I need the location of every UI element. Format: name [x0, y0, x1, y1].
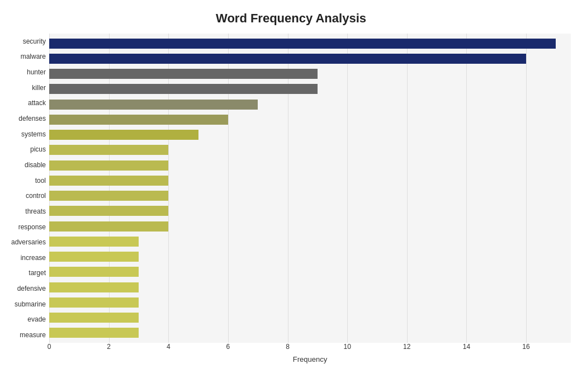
y-label: disable	[11, 158, 46, 172]
x-tick-label: 12	[403, 343, 410, 351]
chart-container: Word Frequency Analysis securitymalwareh…	[0, 0, 582, 392]
x-axis-label: Frequency	[49, 355, 571, 363]
y-label: systems	[11, 127, 46, 141]
bar-row	[49, 281, 571, 294]
x-tick-label: 16	[522, 343, 529, 351]
bar-row	[49, 129, 571, 141]
bar-row	[49, 68, 571, 80]
bars-wrapper	[49, 34, 571, 343]
y-label: threats	[11, 205, 46, 218]
bar	[49, 252, 139, 262]
bar-row	[49, 251, 571, 263]
x-axis-section: 0246810121416 Frequency	[49, 343, 571, 358]
bar-row	[49, 174, 571, 187]
bar	[49, 206, 168, 216]
bar	[49, 313, 139, 323]
bars-section	[49, 34, 571, 343]
bar-row	[49, 266, 571, 278]
bar	[49, 176, 168, 186]
bar-row	[49, 190, 571, 202]
bar-row	[49, 327, 571, 339]
chart-area: securitymalwarehunterkillerattackdefense…	[11, 34, 571, 358]
bar	[49, 282, 139, 292]
x-tick-label: 4	[167, 343, 171, 351]
y-label: malware	[11, 50, 46, 63]
x-tick-label: 6	[226, 343, 230, 351]
bar	[49, 191, 168, 201]
bar-row	[49, 53, 571, 65]
y-label: increase	[11, 251, 46, 265]
y-label: defensive	[11, 282, 46, 295]
bar	[49, 130, 198, 140]
bar	[49, 297, 139, 308]
x-tick-label: 14	[463, 343, 470, 351]
bar	[49, 69, 318, 79]
y-label: target	[11, 266, 46, 280]
y-label: adversaries	[11, 235, 46, 249]
bar	[49, 267, 139, 277]
bar-row	[49, 37, 571, 50]
y-label: killer	[11, 81, 46, 95]
bar-row	[49, 114, 571, 126]
bar	[49, 328, 139, 338]
x-tick-label: 2	[107, 343, 111, 351]
plot-area: 0246810121416 Frequency	[49, 34, 571, 358]
y-label: picus	[11, 143, 46, 156]
bar-row	[49, 205, 571, 217]
x-ticks: 0246810121416	[49, 343, 571, 353]
bar	[49, 237, 139, 247]
y-label: defenses	[11, 112, 46, 125]
y-label: submarine	[11, 297, 46, 311]
bar	[49, 100, 258, 110]
bar	[49, 160, 168, 171]
bar	[49, 54, 526, 64]
y-labels: securitymalwarehunterkillerattackdefense…	[11, 34, 49, 358]
bar	[49, 115, 228, 125]
y-label: response	[11, 220, 46, 234]
bar-row	[49, 235, 571, 248]
x-tick-label: 0	[48, 343, 51, 351]
x-tick-label: 10	[343, 343, 351, 351]
chart-title: Word Frequency Analysis	[11, 11, 571, 26]
bar-row	[49, 98, 571, 111]
bar	[49, 145, 168, 155]
y-label: evade	[11, 313, 46, 326]
bar-row	[49, 311, 571, 324]
bar-row	[49, 159, 571, 172]
x-tick-label: 8	[286, 343, 290, 351]
bar	[49, 84, 318, 94]
bar	[49, 221, 168, 232]
y-label: hunter	[11, 65, 46, 79]
y-label: security	[11, 35, 46, 48]
bar-row	[49, 220, 571, 233]
y-label: tool	[11, 174, 46, 187]
bar-row	[49, 144, 571, 156]
bar-row	[49, 83, 571, 95]
bar	[49, 39, 556, 49]
y-label: control	[11, 189, 46, 202]
y-label: attack	[11, 96, 46, 110]
y-label: measure	[11, 328, 46, 342]
bar-row	[49, 296, 571, 309]
